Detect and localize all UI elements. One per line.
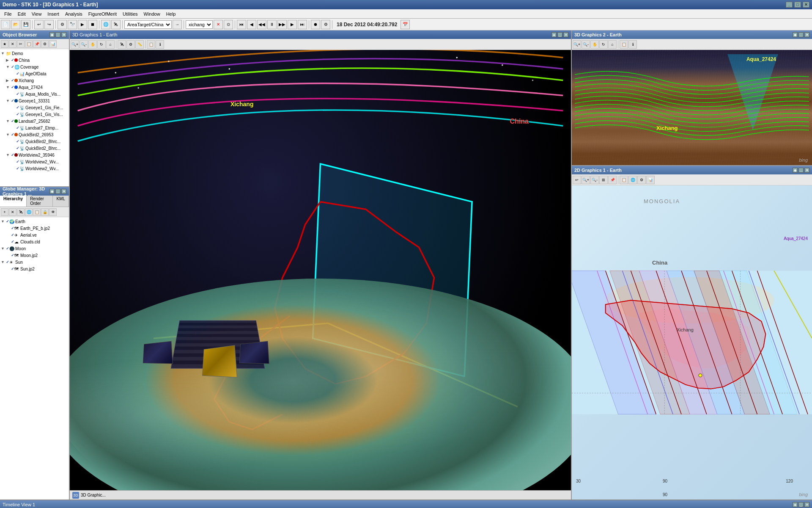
toggle-china[interactable]: ▶ — [6, 58, 11, 62]
restore-btn[interactable]: □ — [794, 2, 801, 8]
play-end[interactable]: ⏭ — [298, 20, 307, 29]
gm-lock[interactable]: 🔒 — [41, 208, 49, 216]
check-geoeye1[interactable]: ✓ — [11, 99, 14, 103]
tree-item-ageofdata[interactable]: ✓ 📊 AgeOfData — [0, 70, 69, 77]
menu-analysis[interactable]: Analysis — [63, 11, 85, 17]
gm-item-sun-jp2[interactable]: ✓ 🗺 Sun.jp2 — [0, 265, 69, 272]
save-btn[interactable]: 💾 — [21, 20, 30, 29]
v2d-tb6[interactable]: 📋 — [620, 176, 628, 184]
gm-item-earth[interactable]: ▼ ✓ 🌍 Earth — [0, 218, 69, 225]
v1-info[interactable]: ℹ — [156, 40, 164, 49]
gm-item-sun[interactable]: ▼ ✓ ☀ Sun — [0, 259, 69, 265]
open-btn[interactable]: 📂 — [11, 20, 20, 29]
check-qb2-s2[interactable]: ✓ — [16, 146, 19, 150]
toggle-qb2[interactable]: ▼ — [6, 133, 11, 137]
gm-item-clouds[interactable]: ✓ ☁ Clouds.cld — [0, 238, 69, 245]
gm-item-aerial[interactable]: ✓ ✈ Aerial.ve — [0, 232, 69, 238]
tl-float[interactable]: ◈ — [793, 502, 798, 507]
gm-min-btn[interactable]: _ — [55, 189, 60, 194]
ob-del[interactable]: ✕ — [9, 40, 16, 48]
v2d-tb2[interactable]: 🔍+ — [582, 176, 590, 184]
go-btn[interactable]: → — [173, 20, 182, 29]
v2-close[interactable]: ✕ — [804, 32, 809, 37]
tree-item-landsat7[interactable]: ▼ ✓ Landsat7_25682 — [0, 118, 69, 124]
v2d-tb5[interactable]: 📌 — [608, 176, 617, 184]
tb4[interactable]: ▶ — [78, 20, 87, 29]
ob-report[interactable]: 📊 — [49, 40, 57, 48]
v2-tb2[interactable]: 🔍- — [582, 40, 590, 49]
gm-add[interactable]: + — [1, 208, 8, 216]
ob-close-btn[interactable]: ✕ — [61, 32, 66, 37]
v2d-min[interactable]: _ — [798, 168, 804, 173]
v2-tb4[interactable]: ↻ — [599, 40, 608, 49]
gm-del[interactable]: ✕ — [9, 208, 16, 216]
tree-item-wv2-s1[interactable]: ✓ 📡 Worldview2_Wv... — [0, 158, 69, 165]
toggle-wv2[interactable]: ▼ — [6, 153, 11, 157]
v2-min[interactable]: _ — [798, 32, 804, 37]
target-combo[interactable]: AreaTarget/China — [124, 20, 172, 29]
tree-item-qb2[interactable]: ▼ ✓ QuickBird2_26953 — [0, 131, 69, 138]
check-xichang[interactable]: ✓ — [11, 78, 14, 83]
menu-window[interactable]: Window — [141, 11, 163, 17]
v2d-tb9[interactable]: 📊 — [646, 176, 655, 184]
gm-item-moon-jp2[interactable]: ✓ 🗺 Moon.jp2 — [0, 252, 69, 259]
ob-new[interactable]: ★ — [1, 40, 8, 48]
close-btn[interactable]: ✕ — [803, 2, 809, 8]
ob-min-btn[interactable]: _ — [55, 32, 60, 37]
v2d-tb8[interactable]: ⚙ — [637, 176, 646, 184]
tb6[interactable]: 🌐 — [101, 20, 110, 29]
3d-viewport-1[interactable]: Xichang China — [70, 50, 571, 490]
gm-layers[interactable]: 📋 — [33, 208, 41, 216]
tree-item-xichang[interactable]: ▶ ✓ Xichang — [0, 77, 69, 84]
v2-float[interactable]: ◈ — [793, 32, 798, 37]
tab-kml[interactable]: KML — [53, 196, 69, 207]
tree-item-geoeye1-s2[interactable]: ✓ 📡 Geoeye1_Gis_Vis... — [0, 111, 69, 118]
v2-tb3[interactable]: ✋ — [590, 40, 599, 49]
sat-go[interactable]: ⊙ — [224, 20, 233, 29]
cal-btn[interactable]: 📅 — [401, 20, 410, 29]
play-step-back[interactable]: ◀ — [247, 20, 256, 29]
check-landsat7[interactable]: ✓ — [11, 119, 14, 123]
toggle-coverage[interactable]: ▼ — [6, 65, 11, 69]
toggle-demo[interactable]: ▼ — [1, 51, 6, 55]
v1-measure[interactable]: 📏 — [135, 40, 144, 49]
check-geoeye1-s2[interactable]: ✓ — [16, 112, 19, 116]
gm-item-earth-pe[interactable]: ✓ 🗺 Earth_PE_b.jp2 — [0, 225, 69, 232]
redo-btn[interactable]: ↪ — [44, 20, 54, 29]
record-btn[interactable]: ⏺ — [311, 20, 320, 29]
ob-prop[interactable]: ⚙ — [41, 40, 49, 48]
check-landsat7-s[interactable]: ✓ — [16, 126, 19, 130]
v2d-tb3[interactable]: 🔍- — [590, 176, 599, 184]
v2d-tb4[interactable]: ⊞ — [599, 176, 608, 184]
menu-figureofmerit[interactable]: FigureOfMerit — [86, 11, 119, 17]
tree-item-landsat7-s[interactable]: ✓ 📡 Landsat7_Etmp... — [0, 124, 69, 131]
check-aod[interactable]: ✓ — [16, 72, 19, 76]
toggle-landsat7[interactable]: ▼ — [6, 119, 11, 123]
x-btn[interactable]: ✕ — [214, 20, 223, 29]
check-wv2-s1[interactable]: ✓ — [16, 160, 19, 164]
v1-sat[interactable]: 🛰 — [118, 40, 126, 49]
ob-float-btn[interactable]: ◈ — [49, 32, 55, 37]
new-btn[interactable]: 📄 — [1, 20, 10, 29]
check-aqua-sensor[interactable]: ✓ — [16, 92, 19, 96]
play-fwd[interactable]: ▶▶ — [277, 20, 287, 29]
menu-edit[interactable]: Edit — [15, 11, 28, 17]
v1-float[interactable]: ◈ — [551, 32, 557, 37]
ob-copy[interactable]: 📋 — [25, 40, 33, 48]
gm-float-btn[interactable]: ◈ — [49, 189, 55, 194]
tree-item-geoeye1[interactable]: ▼ ✓ Geoeye1_33331 — [0, 97, 69, 104]
v2d-float[interactable]: ◈ — [793, 168, 798, 173]
settings-btn[interactable]: ⚙ — [321, 20, 330, 29]
2d-map-viewport[interactable]: MONGOLIA China Xichang Aqua_27424 30 90 … — [572, 185, 812, 500]
tree-item-qb2-s1[interactable]: ✓ 📡 QuickBird2_Bhrc... — [0, 138, 69, 145]
gm-item-moon[interactable]: ▼ ✓ 🌑 Moon — [0, 245, 69, 252]
v1-pan[interactable]: ✋ — [88, 40, 97, 49]
v2-tb1[interactable]: 🔍+ — [573, 40, 581, 49]
v2d-tb1[interactable]: ↩ — [573, 176, 581, 184]
tab-render-order[interactable]: Render Order — [27, 196, 53, 207]
check-wv2[interactable]: ✓ — [11, 153, 14, 157]
menu-view[interactable]: View — [29, 11, 44, 17]
ob-cut[interactable]: ✂ — [17, 40, 25, 48]
tb3[interactable]: 🔭 — [68, 20, 77, 29]
check-wv2-s2[interactable]: ✓ — [16, 166, 19, 171]
